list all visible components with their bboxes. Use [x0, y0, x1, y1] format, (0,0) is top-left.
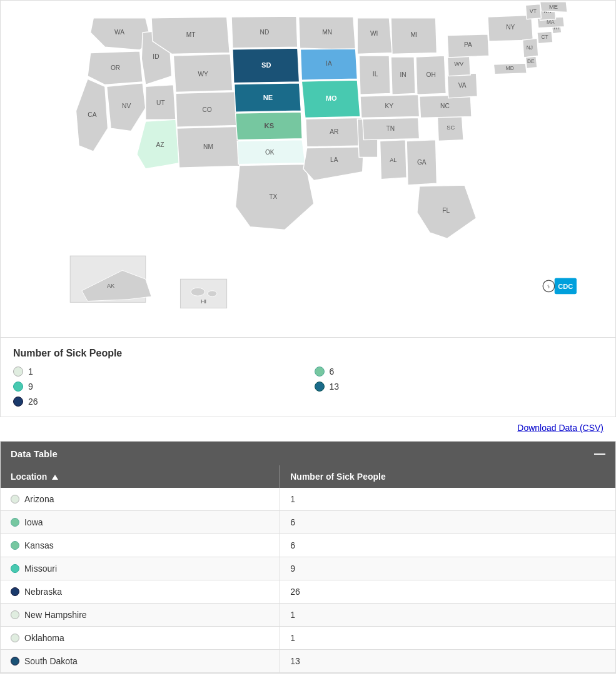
svg-text:MN: MN — [322, 29, 332, 36]
cell-sick: 1 — [280, 488, 615, 511]
svg-text:FL: FL — [442, 207, 450, 214]
svg-text:SD: SD — [261, 61, 271, 69]
cell-location: New Hampshire — [1, 604, 280, 627]
cell-sick: 9 — [280, 557, 615, 580]
svg-text:WY: WY — [198, 71, 208, 78]
legend-value-6a: 6 — [330, 367, 335, 377]
row-dot — [11, 657, 19, 665]
svg-text:MD: MD — [506, 65, 514, 71]
svg-text:OH: OH — [427, 71, 436, 78]
cell-location: Arizona — [1, 488, 280, 511]
location-name: Kansas — [24, 540, 54, 550]
table-row: South Dakota 13 — [1, 650, 615, 673]
svg-text:MI: MI — [411, 31, 418, 38]
legend-item-13: 13 — [315, 382, 603, 392]
table-row: Oklahoma 1 — [1, 627, 615, 650]
row-dot — [11, 541, 19, 550]
svg-text:VA: VA — [458, 82, 467, 89]
collapse-icon[interactable]: — — [594, 448, 605, 459]
table-row: Kansas 6 — [1, 534, 615, 557]
svg-text:TX: TX — [269, 193, 277, 200]
svg-text:WI: WI — [370, 30, 378, 37]
legend-dot-1 — [13, 367, 23, 377]
location-name: Nebraska — [24, 587, 62, 597]
svg-text:AZ: AZ — [156, 141, 164, 148]
legend-item-9: 9 — [13, 382, 302, 392]
location-name: Missouri — [24, 564, 57, 574]
location-name: South Dakota — [24, 656, 78, 666]
svg-text:VT: VT — [530, 8, 537, 14]
table-title: Data Table — [11, 448, 58, 459]
cell-location: Oklahoma — [1, 627, 280, 650]
us-map: WA OR CA NV ID MT WY UT CO AZ NM ND — [0, 0, 616, 338]
svg-text:MO: MO — [326, 94, 337, 102]
table-row: Missouri 9 — [1, 557, 615, 580]
svg-text:PA: PA — [464, 41, 472, 48]
row-dot — [11, 634, 19, 642]
location-name: Iowa — [24, 517, 43, 527]
svg-text:SC: SC — [447, 124, 455, 131]
svg-text:OR: OR — [111, 64, 120, 71]
svg-point-100 — [191, 288, 204, 296]
download-row: Download Data (CSV) — [0, 417, 616, 438]
cell-sick: 26 — [280, 580, 615, 604]
legend-section: Number of Sick People 1 6 9 13 26 — [0, 338, 616, 417]
legend-value-9: 9 — [28, 382, 33, 392]
svg-text:TN: TN — [386, 125, 395, 132]
row-dot — [11, 495, 19, 503]
cell-sick: 1 — [280, 604, 615, 627]
cell-location: South Dakota — [1, 650, 280, 673]
cell-location: Kansas — [1, 534, 280, 557]
svg-text:ME: ME — [549, 4, 558, 10]
svg-text:IL: IL — [373, 71, 378, 78]
svg-text:HI: HI — [201, 298, 206, 305]
svg-text:IN: IN — [400, 71, 406, 78]
svg-marker-42 — [303, 147, 363, 181]
legend-grid: 1 6 9 13 26 — [13, 367, 603, 407]
row-dot — [11, 587, 19, 596]
svg-text:ND: ND — [260, 29, 270, 36]
svg-text:NJ: NJ — [527, 44, 533, 51]
svg-text:⚕: ⚕ — [547, 283, 550, 290]
table-row: New Hampshire 1 — [1, 604, 615, 627]
table-header-bar: Data Table — — [1, 442, 615, 465]
location-name: Oklahoma — [24, 633, 64, 643]
location-name: Arizona — [24, 494, 54, 504]
svg-text:CO: CO — [202, 106, 211, 113]
svg-text:AK: AK — [107, 283, 115, 289]
cell-sick: 6 — [280, 534, 615, 557]
svg-text:LA: LA — [330, 156, 338, 163]
legend-dot-13 — [315, 382, 325, 392]
legend-value-13: 13 — [330, 382, 340, 392]
svg-text:MT: MT — [186, 31, 196, 38]
svg-text:AL: AL — [390, 157, 396, 163]
row-dot — [11, 518, 19, 527]
legend-dot-6a — [315, 367, 325, 377]
svg-text:AR: AR — [330, 128, 338, 135]
svg-text:WA: WA — [114, 29, 124, 36]
svg-text:NE: NE — [263, 94, 273, 101]
legend-dot-26 — [13, 397, 23, 407]
svg-text:NY: NY — [506, 24, 515, 31]
table-row: Nebraska 26 — [1, 580, 615, 604]
svg-text:IA: IA — [326, 60, 332, 67]
data-table: Location Number of Sick People Arizona 1 — [1, 465, 615, 673]
table-row: Arizona 1 — [1, 488, 615, 511]
legend-value-26: 26 — [28, 397, 38, 407]
svg-text:KY: KY — [385, 103, 394, 109]
svg-text:NM: NM — [203, 143, 213, 150]
svg-text:NC: NC — [440, 103, 450, 109]
svg-text:KS: KS — [265, 122, 274, 129]
cell-location: Iowa — [1, 511, 280, 534]
legend-item-26: 26 — [13, 397, 302, 407]
legend-item-1: 1 — [13, 367, 302, 377]
svg-text:WV: WV — [454, 61, 464, 67]
svg-text:OK: OK — [265, 149, 275, 156]
data-table-section: Data Table — Location Number of Sick Peo… — [0, 441, 616, 674]
svg-text:DE: DE — [527, 58, 535, 64]
col-location[interactable]: Location — [1, 465, 280, 488]
row-dot — [11, 610, 19, 619]
col-sick: Number of Sick People — [280, 465, 615, 488]
download-csv-link[interactable]: Download Data (CSV) — [517, 423, 603, 433]
svg-text:GA: GA — [417, 159, 427, 166]
